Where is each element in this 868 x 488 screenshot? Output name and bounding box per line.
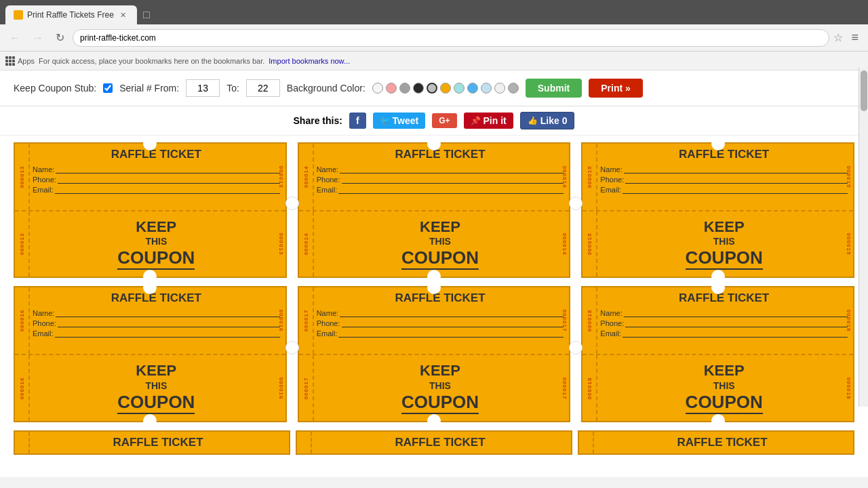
serial-from-input[interactable] bbox=[186, 79, 220, 97]
import-bookmarks-link[interactable]: Import bookmarks now... bbox=[269, 57, 350, 65]
ticket-number-right-13: 000013 bbox=[278, 166, 284, 188]
color-swatch-medgray[interactable] bbox=[508, 83, 519, 94]
ticket-title-18: RAFFLE TICKET bbox=[600, 291, 848, 305]
coupon-number-left-14: 000014 bbox=[302, 233, 309, 256]
browser-menu-button[interactable]: ≡ bbox=[847, 28, 863, 47]
ticket-field-email-14: Email: bbox=[317, 186, 564, 194]
ticket-row-1: 000013 000013 RAFFLE TICKET Name: Phone:… bbox=[14, 142, 854, 278]
perf-mid-circle-1 bbox=[285, 197, 299, 210]
coupon-stub-14: 000014 000014 KEEP THIS COUPON bbox=[299, 211, 570, 277]
coupon-number-right-16: 000016 bbox=[278, 377, 284, 399]
ticket-main-16: 000016 000016 RAFFLE TICKET Name: Phone:… bbox=[15, 287, 285, 355]
coupon-number-right-14: 000014 bbox=[561, 233, 568, 256]
twitter-share-button[interactable]: 🐦 Tweet bbox=[373, 113, 426, 129]
apps-label: Apps bbox=[18, 57, 35, 65]
pinterest-share-button[interactable]: 📌 Pin it bbox=[464, 113, 513, 129]
ticket-unit-16: 000016 000016 RAFFLE TICKET Name: Phone:… bbox=[14, 286, 287, 422]
apps-icon bbox=[5, 56, 15, 66]
googleplus-share-button[interactable]: G+ bbox=[432, 113, 456, 128]
ticket-title-14: RAFFLE TICKET bbox=[317, 148, 564, 161]
bg-color-label: Background Color: bbox=[287, 83, 366, 94]
coupon-stub-16: 000016 000016 KEEP THIS COUPON bbox=[15, 355, 285, 420]
keep-coupon-checkbox[interactable] bbox=[103, 83, 113, 93]
ticket-title-16: RAFFLE TICKET bbox=[33, 291, 280, 305]
scrollbar-thumb[interactable] bbox=[861, 70, 867, 111]
tickets-area: 000013 000013 RAFFLE TICKET Name: Phone:… bbox=[0, 136, 868, 462]
submit-button[interactable]: Submit bbox=[526, 79, 582, 98]
apps-section[interactable]: Apps bbox=[5, 56, 35, 66]
perf-circle-top-14 bbox=[427, 137, 441, 150]
perf-circle-top-15 bbox=[711, 137, 725, 150]
tab-close-button[interactable]: ✕ bbox=[118, 9, 129, 20]
color-swatch-teal[interactable] bbox=[454, 83, 465, 94]
ticket-unit-15: 000015 000015 RAFFLE TICKET Name: Phone:… bbox=[581, 142, 854, 278]
ticket-title-15: RAFFLE TICKET bbox=[600, 148, 848, 161]
ticket-number-left-17: 000017 bbox=[302, 310, 309, 332]
coupon-text-15: KEEP THIS COUPON bbox=[686, 218, 763, 270]
color-swatch-gray[interactable] bbox=[399, 83, 410, 94]
forward-button[interactable]: → bbox=[28, 29, 47, 47]
ticket-field-email-13: Email: bbox=[33, 186, 280, 194]
toolbar: Keep Coupon Stub: Serial # From: To: Bac… bbox=[0, 70, 868, 106]
color-swatch-lightblue[interactable] bbox=[481, 83, 492, 94]
perf-mid-3 bbox=[285, 341, 299, 354]
ticket-main-18: 000018 000018 RAFFLE TICKET Name: Phone:… bbox=[583, 287, 853, 355]
active-tab[interactable]: Print Raffle Tickets Free ✕ bbox=[5, 5, 137, 24]
ticket-field-name-13: Name: bbox=[33, 165, 280, 174]
color-swatch-silver[interactable] bbox=[427, 83, 437, 94]
ticket-unit-18: 000018 000018 RAFFLE TICKET Name: Phone:… bbox=[581, 286, 854, 422]
ticket-unit-21: RAFFLE TICKET bbox=[578, 430, 854, 455]
ticket-field-phone-14: Phone: bbox=[317, 176, 564, 184]
keep-coupon-label: Keep Coupon Stub: bbox=[14, 83, 96, 94]
color-swatch-white[interactable] bbox=[372, 83, 383, 94]
coupon-stub-13: 000013 000013 KEEP THIS COUPON bbox=[15, 211, 285, 277]
coupon-text-18: KEEP THIS COUPON bbox=[686, 362, 763, 413]
coupon-text-16: KEEP THIS COUPON bbox=[117, 362, 195, 413]
perf-mid-4 bbox=[569, 341, 583, 354]
ticket-unit-19: RAFFLE TICKET bbox=[14, 430, 290, 455]
bookmark-star-button[interactable]: ☆ bbox=[833, 31, 843, 44]
ticket-left-stub-13: 000013 bbox=[15, 144, 30, 210]
ticket-title-19: RAFFLE TICKET bbox=[33, 436, 283, 449]
like-button[interactable]: 👍 Like 0 bbox=[520, 112, 575, 129]
navigation-bar: ← → ↻ print-raffle-ticket.com ☆ ≡ bbox=[0, 24, 868, 52]
coupon-number-left-18: 000018 bbox=[587, 377, 593, 399]
reload-button[interactable]: ↻ bbox=[52, 28, 68, 47]
page-content: Keep Coupon Stub: Serial # From: To: Bac… bbox=[0, 70, 868, 477]
back-button[interactable]: ← bbox=[5, 29, 24, 47]
serial-from-label: Serial # From: bbox=[119, 83, 179, 94]
coupon-left-stub-13: 000013 bbox=[15, 211, 30, 277]
color-swatch-dark[interactable] bbox=[413, 83, 424, 94]
ticket-number-right-17: 000017 bbox=[561, 310, 568, 332]
coupon-stub-17: 000017 000017 KEEP THIS COUPON bbox=[299, 355, 570, 420]
new-tab-button[interactable]: □ bbox=[137, 5, 156, 24]
ticket-unit-14: 000014 000014 RAFFLE TICKET Name: Phone:… bbox=[298, 142, 571, 278]
ticket-number-left-18: 000018 bbox=[587, 310, 593, 332]
ticket-main-15: 000015 000015 RAFFLE TICKET Name: Phone:… bbox=[583, 144, 853, 211]
color-picker bbox=[372, 83, 519, 94]
coupon-number-left-13: 000013 bbox=[19, 233, 25, 256]
coupon-text-14: KEEP THIS COUPON bbox=[401, 218, 479, 270]
ticket-number-right-18: 000018 bbox=[846, 310, 852, 332]
perf-circle-top-13 bbox=[143, 137, 157, 150]
vertical-scrollbar[interactable] bbox=[859, 68, 868, 407]
ticket-main-14: 000014 000014 RAFFLE TICKET Name: Phone:… bbox=[299, 144, 570, 211]
serial-to-input[interactable] bbox=[246, 79, 280, 97]
coupon-text-17: KEEP THIS COUPON bbox=[401, 362, 479, 413]
color-swatch-orange[interactable] bbox=[440, 83, 451, 94]
ticket-main-17: 000017 000017 RAFFLE TICKET Name: Phone:… bbox=[299, 287, 570, 355]
color-swatch-blue[interactable] bbox=[467, 83, 478, 94]
ticket-field-phone-13: Phone: bbox=[33, 176, 280, 184]
ticket-title-13: RAFFLE TICKET bbox=[33, 148, 280, 161]
facebook-share-button[interactable]: f bbox=[349, 113, 366, 129]
coupon-stub-15: 000015 000015 KEEP THIS COUPON bbox=[583, 211, 853, 277]
coupon-number-right-18: 000018 bbox=[846, 377, 852, 399]
ticket-number-left-16: 000016 bbox=[19, 310, 25, 332]
perf-bottom-16 bbox=[143, 414, 157, 428]
ticket-left-stub-14: 000014 bbox=[299, 144, 314, 210]
print-button[interactable]: Print » bbox=[589, 79, 643, 98]
color-swatch-lightgray[interactable] bbox=[494, 83, 505, 94]
color-swatch-pink[interactable] bbox=[386, 83, 397, 94]
address-bar[interactable]: print-raffle-ticket.com bbox=[73, 29, 829, 47]
ticket-main-13: 000013 000013 RAFFLE TICKET Name: Phone:… bbox=[15, 144, 285, 211]
